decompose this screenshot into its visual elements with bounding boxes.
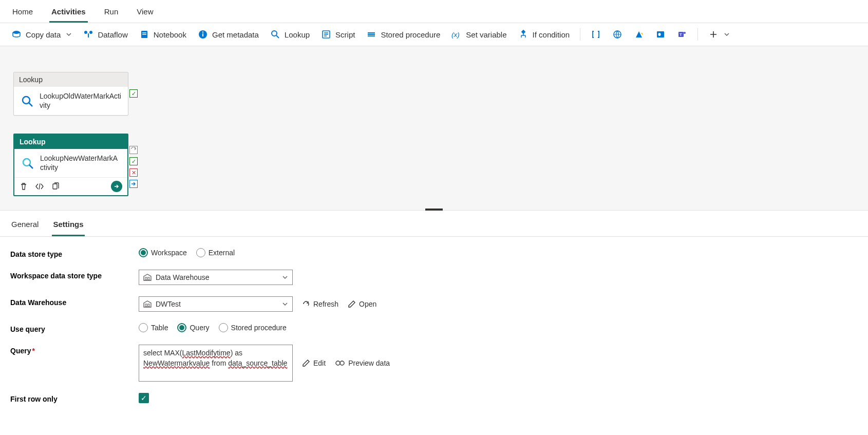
toolbar-icon-2[interactable] — [608, 27, 627, 42]
skip-handle[interactable] — [129, 146, 138, 154]
teams-icon: T — [677, 29, 687, 40]
checkbox-first-row-only[interactable]: ✓ — [139, 393, 149, 403]
label-query: Query* — [10, 345, 139, 355]
radio-workspace[interactable]: Workspace — [139, 248, 187, 257]
card2-handles: ✓ ✕ — [129, 146, 138, 188]
label-data-warehouse: Data Warehouse — [10, 296, 139, 307]
panel-resize-handle[interactable] — [425, 209, 443, 211]
preview-label: Preview data — [348, 359, 390, 367]
select-value: DWTest — [156, 300, 181, 308]
delete-icon[interactable] — [20, 182, 28, 191]
query-textarea[interactable]: select MAX(LastModifytime) as NewWaterma… — [139, 345, 293, 382]
svg-rect-28 — [148, 304, 149, 307]
details-panel: General Settings Data store type Workspa… — [0, 211, 868, 435]
edit-query-button[interactable]: Edit — [302, 359, 326, 367]
preview-data-button[interactable]: Preview data — [335, 359, 390, 367]
tab-run[interactable]: Run — [102, 4, 121, 23]
stored-procedure-icon — [366, 29, 376, 40]
dataflow-button[interactable]: Dataflow — [79, 27, 131, 42]
activity-card-lookup-old[interactable]: Lookup LookupOldWaterMarkActivity — [13, 72, 128, 116]
set-variable-label: Set variable — [466, 30, 506, 39]
search-icon — [21, 156, 35, 171]
svg-rect-13 — [368, 35, 375, 36]
svg-rect-12 — [368, 34, 375, 35]
tab-activities[interactable]: Activities — [49, 4, 88, 23]
select-data-warehouse[interactable]: DWTest — [139, 296, 293, 312]
svg-text:(x): (x) — [451, 31, 460, 39]
select-ws-data-store-type[interactable]: Data Warehouse — [139, 270, 293, 285]
radio-table[interactable]: Table — [139, 323, 168, 332]
svg-rect-26 — [148, 277, 149, 280]
if-condition-icon — [518, 29, 529, 40]
stored-procedure-label: Stored procedure — [381, 30, 440, 39]
select-value: Data Warehouse — [156, 273, 210, 281]
variable-icon: (x) — [451, 29, 462, 40]
preview-icon — [335, 360, 345, 367]
refresh-button[interactable]: Refresh — [302, 300, 338, 308]
copy-data-button[interactable]: Copy data — [7, 27, 76, 42]
tab-settings[interactable]: Settings — [52, 218, 84, 236]
success-handle[interactable]: ✓ — [129, 157, 138, 165]
radio-stored-procedure[interactable]: Stored procedure — [219, 323, 287, 332]
label-ws-data-store-type: Workspace data store type — [10, 270, 139, 280]
radio-external[interactable]: External — [196, 248, 235, 257]
open-button[interactable]: Open — [348, 300, 376, 308]
svg-point-22 — [23, 97, 30, 104]
copy-icon[interactable] — [51, 182, 60, 191]
settings-form: Data store type Workspace External Works… — [0, 237, 868, 435]
svg-point-9 — [272, 31, 277, 36]
success-handle[interactable]: ✓ — [129, 89, 138, 98]
add-activity-button[interactable] — [704, 27, 734, 42]
notebook-button[interactable]: Notebook — [135, 27, 191, 42]
toolbar-icon-3[interactable] — [630, 27, 648, 42]
completion-handle[interactable] — [129, 180, 138, 188]
svg-point-1 — [84, 31, 87, 34]
if-condition-label: If condition — [533, 30, 570, 39]
toolbar-icon-5[interactable]: T — [673, 27, 691, 42]
globe-icon — [612, 29, 622, 40]
dataflow-label: Dataflow — [98, 30, 127, 39]
pipeline-canvas[interactable]: Lookup LookupOldWaterMarkActivity ✓ Look… — [0, 46, 868, 211]
svg-rect-11 — [368, 32, 375, 33]
activity-card-lookup-new[interactable]: Lookup LookupNewWaterMarkActivity — [13, 134, 128, 196]
tab-home[interactable]: Home — [10, 4, 35, 23]
chevron-down-icon — [724, 31, 730, 37]
detail-tabs: General Settings — [0, 211, 868, 237]
set-variable-button[interactable]: (x) Set variable — [447, 27, 511, 42]
top-tabs: Home Activities Run View — [0, 0, 868, 23]
get-metadata-button[interactable]: Get metadata — [194, 27, 263, 42]
refresh-icon — [302, 300, 310, 308]
card1-handles: ✓ — [129, 89, 138, 98]
svg-rect-4 — [142, 32, 146, 33]
fail-handle[interactable]: ✕ — [129, 168, 138, 177]
activity-name: LookupOldWaterMarkActivity — [40, 92, 122, 110]
svg-point-30 — [340, 361, 344, 365]
toolbar-icon-4[interactable] — [651, 27, 670, 42]
svg-point-29 — [336, 361, 340, 365]
outlook-icon — [655, 29, 666, 40]
brackets-icon — [591, 29, 601, 40]
run-icon[interactable] — [111, 181, 122, 192]
script-button[interactable]: Script — [317, 27, 359, 42]
svg-point-23 — [23, 159, 30, 166]
stored-procedure-button[interactable]: Stored procedure — [362, 27, 444, 42]
warehouse-icon — [143, 300, 152, 308]
radio-sp-label: Stored procedure — [231, 324, 287, 332]
lookup-button[interactable]: Lookup — [266, 27, 314, 42]
lookup-label: Lookup — [285, 30, 310, 39]
toolbar-icon-1[interactable] — [587, 27, 605, 42]
copy-data-label: Copy data — [26, 30, 61, 39]
chevron-down-icon — [66, 31, 72, 37]
radio-query[interactable]: Query — [177, 323, 209, 332]
if-condition-button[interactable]: If condition — [514, 27, 574, 42]
code-icon[interactable] — [35, 182, 44, 191]
tab-general[interactable]: General — [10, 218, 40, 236]
svg-point-18 — [658, 33, 661, 36]
svg-rect-15 — [521, 30, 525, 34]
label-use-query: Use query — [10, 323, 139, 333]
dataflow-icon — [83, 29, 93, 40]
activity-type-label: Lookup — [14, 72, 128, 87]
edit-label: Edit — [313, 359, 326, 367]
chevron-down-icon — [282, 274, 288, 280]
tab-view[interactable]: View — [135, 4, 155, 23]
